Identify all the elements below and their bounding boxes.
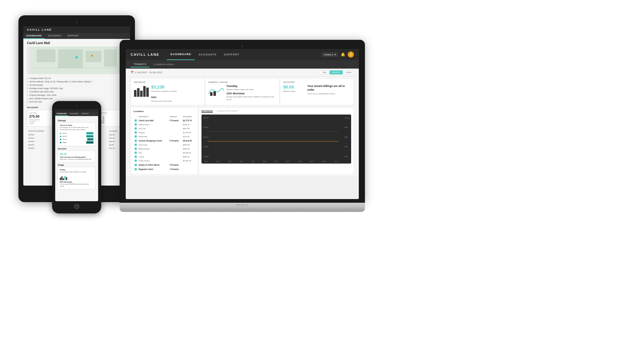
laptop-device: CAVILL LANE DASHBOARD ACCOUNTS SUPPORT C… (120, 40, 365, 212)
tablet-camera (76, 21, 78, 23)
phone-usage-text: Your energy usage is higher on Fridays. (60, 171, 94, 173)
energy-text: Tuesday Highest energy usage each week 1… (226, 85, 276, 101)
revenue-chart (134, 85, 149, 97)
savings-dot-4 (60, 142, 61, 143)
phone-nav-dashboard[interactable]: DASHBOARD (55, 112, 68, 116)
phone-screen: DASHBOARD ACCOUNTS SUPPORT Savings You'r… (55, 109, 98, 201)
period-year[interactable]: YEAR (343, 70, 354, 74)
laptop-screen: CAVILL LANE DASHBOARD ACCOUNTS SUPPORT C… (126, 49, 359, 199)
tablet-info-company: Company Name Pty Ltd (27, 77, 126, 80)
laptop-logo: CAVILL LANE (131, 53, 159, 56)
user-avatar[interactable]: J (348, 51, 354, 58)
savings-row-3: Item C $89.30 (60, 138, 94, 141)
account-headline-area: Your tenant billings are all in order Th… (307, 85, 351, 95)
phone-content: Savings You're in front On average, you'… (55, 116, 98, 192)
chart-x-label: Jan 6 (263, 160, 266, 162)
chart-x-labels: Jan 1Jan 2Jan 3Jan 4Jan 5Jan 6Jan 7Jan 8… (205, 160, 339, 162)
phone-bar-2 (61, 176, 63, 180)
phone-home-button[interactable] (74, 204, 79, 209)
laptop-toolbar: 📅 1 Oct 2017 - 10 Oct 2017 DAY MONTH YEA… (126, 69, 359, 77)
location-property-row: Central Shopping Centre 5 Tenants $9,315… (134, 139, 195, 143)
tablet-logo: CAVILL LANE (27, 28, 52, 31)
phone-savings-text: On average, you're $412 better off on yo… (60, 126, 94, 131)
revenue-card: Revenue $3,239 Earned fro (131, 78, 205, 105)
phone-device: DASHBOARD ACCOUNTS SUPPORT Savings You'r… (52, 101, 101, 213)
chart-x-label: Jan 2 (216, 160, 220, 162)
laptop-nav-support[interactable]: SUPPORT (220, 49, 243, 60)
tablet-nav-support[interactable]: SUPPORT (64, 33, 82, 39)
svg-point-6 (75, 56, 78, 58)
revenue-text: $3,239 Earned from tenants in October $2… (151, 85, 201, 103)
laptop-nav-dashboard[interactable]: DASHBOARD (167, 49, 195, 60)
scene: CAVILL LANE DASHBOARD ACCOUNTS SUPPORT C… (0, 0, 644, 343)
phone-account-text: Well done. You have no outstanding utili… (60, 158, 94, 160)
svg-rect-4 (104, 50, 117, 66)
savings-dot-1 (60, 133, 61, 134)
location-property-row: Bagwater Hotel 4 Tenants (134, 168, 195, 171)
chart-x-label: Jan 5 (251, 160, 255, 162)
account-body: $0.00 Balance owing Your tenant billings… (283, 85, 351, 95)
chart-tabs: REVENUE USAGE PATTERNS (201, 110, 351, 113)
chart-panel: REVENUE USAGE PATTERNS 500 kW 400 kW 300… (199, 107, 354, 175)
tablet-info-list: Company Name Pty Ltd Service address: Sh… (27, 77, 126, 104)
chart-x-label: Jan 1 (205, 160, 208, 162)
date-range: 📅 1 Oct 2017 - 10 Oct 2017 (131, 71, 163, 74)
tablet-nav-dashboard[interactable]: DASHBOARD (23, 33, 45, 39)
chart-y-labels: 500 kW 400 kW 300 kW 200 kW 100 kW (203, 117, 209, 157)
account-card: Account $0.00 Balance owing Your tenant … (280, 78, 354, 105)
savings-dot-2 (60, 136, 61, 137)
phone-nav-accounts[interactable]: ACCOUNTS (68, 112, 80, 116)
svg-rect-3 (86, 51, 101, 62)
chart-tab-usage[interactable]: USAGE PATTERNS (217, 110, 238, 113)
period-buttons: DAY MONTH YEAR (320, 70, 354, 74)
phone-bar-1 (60, 178, 61, 180)
location-table: PROPERTY TENANT REVENUE Cavill Lane Mall… (133, 115, 195, 172)
sub-tab-common-area[interactable]: COMMON AREA (151, 62, 177, 67)
laptop-nav-accounts[interactable]: ACCOUNTS (195, 49, 220, 60)
laptop-camera (241, 45, 243, 47)
chart-x-label: Jan 11 (322, 160, 326, 162)
location-tenant-row: Sun Fay $567.00 (134, 127, 195, 130)
tablet-app-header: CAVILL LANE (23, 26, 130, 33)
tablet-property-title: Cavill Lane Mall (27, 41, 126, 45)
svg-point-7 (91, 55, 93, 57)
tablet-info-tenants: 38 total tenants (27, 83, 126, 87)
savings-dot-3 (60, 139, 61, 140)
phone-bar-3 (63, 178, 64, 180)
svg-rect-8 (210, 92, 213, 96)
location-tenant-row: Nishii Eats $222.00 (134, 135, 195, 138)
location-tenant-row: Flame Florist $452.20 (134, 123, 195, 126)
tablet-info-email: john.smith@company.com (27, 97, 126, 100)
tablet-info-address: Service address: Shop 10 Q2, Fantasy Mal… (27, 80, 126, 83)
chart-x-label: Jan 9 (298, 160, 301, 162)
savings-row-1: Item A $138.46 (60, 132, 94, 134)
phone-account-title: Account (58, 148, 96, 150)
phone-savings-title: Savings (58, 119, 96, 122)
tablet-info-gate: 1234/5000 Gate Meter AAA (27, 90, 126, 93)
sub-tab-tenants[interactable]: TENANTS (131, 62, 149, 67)
notification-icon[interactable]: 🔔 (341, 52, 345, 57)
savings-row-2: Item B $112.50 (60, 135, 94, 138)
phone-savings-headline: You're in front (60, 124, 94, 126)
period-day[interactable]: DAY (320, 70, 329, 74)
laptop-stand (120, 208, 365, 212)
centre-selector[interactable]: Centre 1 ▾ (321, 52, 338, 57)
savings-row-4: Total $412.00 (60, 141, 94, 144)
period-month[interactable]: MONTH (330, 70, 343, 74)
account-text: $0.00 Balance owing (283, 85, 305, 92)
phone-nav-support[interactable]: SUPPORT (80, 112, 90, 116)
location-tenant-row: Ricepot $1,534.50 (134, 131, 195, 134)
phone-mini-bars (60, 174, 94, 180)
location-property-row: Abbey St Office Block 5 Tenants (134, 163, 195, 167)
phone-header (55, 109, 98, 112)
chart-y-labels-right: $1,000 $800 $600 $400 $200 (345, 117, 349, 157)
chart-orange-line (208, 141, 339, 141)
phone-account-card: $0.00 Your account is looking good Well … (58, 151, 96, 162)
chart-tab-revenue[interactable]: REVENUE (201, 110, 213, 113)
phone-nav: DASHBOARD ACCOUNTS SUPPORT (55, 112, 98, 116)
phone-usage-title: Usage (58, 164, 96, 166)
chart-x-label: Jan 3 (228, 160, 232, 162)
phone-savings-rows: Item A $138.46 Item B $112.50 Item C (60, 132, 94, 144)
tablet-nav-accounts[interactable]: ACCOUNTS (45, 33, 64, 39)
location-table-header: PROPERTY TENANT REVENUE (134, 115, 195, 118)
